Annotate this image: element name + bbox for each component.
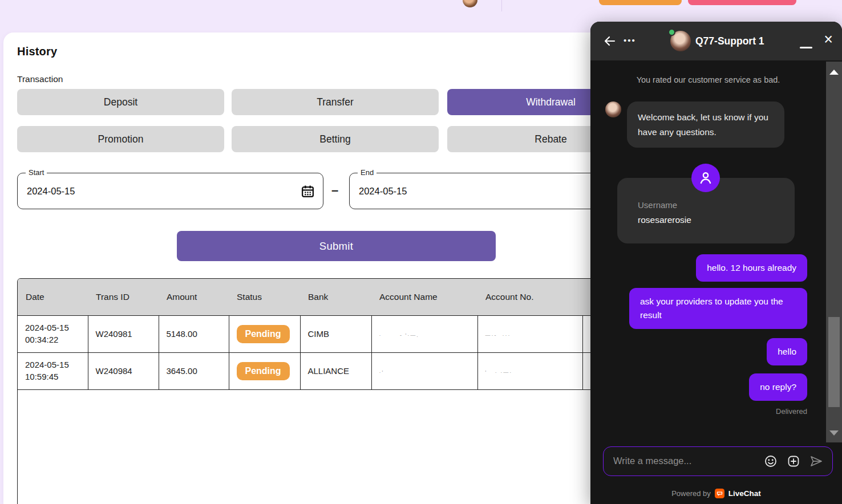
livechat-brand-link[interactable]: LiveChat (728, 489, 761, 498)
chat-header: ••• Q77-Support 1 × (590, 22, 842, 60)
col-account-no: Account No. (477, 279, 582, 315)
delivery-status: Delivered (776, 407, 807, 416)
user-message: hello. 12 hours already (696, 254, 807, 282)
user-message: no reply? (749, 373, 807, 401)
table-row: 2024-05-15 00:34:22 W240981 5148.00 Pend… (18, 315, 655, 352)
table-header-row: Date Trans ID Amount Status Bank Account… (18, 279, 655, 315)
history-table: Date Trans ID Amount Status Bank Account… (17, 278, 655, 504)
col-trans-id: Trans ID (88, 279, 159, 315)
col-status: Status (229, 279, 300, 315)
status-badge: Pending (237, 362, 290, 380)
cell-date: 2024-05-15 10:59:45 (18, 352, 88, 389)
cell-status: Pending (229, 352, 300, 389)
tab-promotion[interactable]: Promotion (17, 126, 224, 152)
col-bank: Bank (300, 279, 371, 315)
col-account-name: Account Name (371, 279, 477, 315)
scrollbar-thumb[interactable] (828, 317, 840, 407)
topbar-orange-button[interactable] (599, 0, 682, 5)
minimize-icon[interactable] (800, 47, 812, 48)
tab-deposit[interactable]: Deposit (17, 89, 224, 115)
back-icon[interactable] (603, 34, 617, 48)
cell-bank: CIMB (300, 315, 371, 352)
chat-agent-name: Q77-Support 1 (695, 35, 764, 47)
more-options-icon[interactable]: ••• (624, 35, 641, 47)
agent-message-avatar (605, 101, 621, 117)
date-range-separator: – (331, 183, 338, 198)
chat-scrollbar[interactable] (826, 62, 842, 442)
user-avatar[interactable] (463, 0, 477, 7)
cell-status: Pending (229, 315, 300, 352)
livechat-widget: ••• Q77-Support 1 × You rated our custom… (590, 22, 842, 504)
person-icon (691, 164, 720, 192)
cell-trans-id: W240984 (88, 352, 159, 389)
scroll-up-icon[interactable] (829, 70, 839, 75)
col-date: Date (18, 279, 88, 315)
start-date-input[interactable] (27, 173, 266, 209)
emoji-icon[interactable] (764, 454, 778, 468)
topbar-pink-button[interactable] (688, 0, 796, 5)
powered-by-text: Powered by (671, 489, 711, 498)
attachment-icon[interactable] (787, 454, 800, 468)
username-label: Username (638, 200, 677, 210)
transaction-tabs: Deposit Transfer Withdrawal Promotion Be… (17, 89, 658, 152)
topbar-divider (501, 0, 502, 11)
send-icon[interactable] (809, 454, 823, 468)
status-badge: Pending (237, 325, 290, 343)
submit-button[interactable]: Submit (177, 231, 496, 261)
online-status-dot (668, 29, 675, 36)
agent-message: Welcome back, let us know if you have an… (627, 101, 784, 148)
tab-transfer[interactable]: Transfer (232, 89, 439, 115)
username-value: rosesarerosie (638, 215, 691, 225)
cell-amount: 3645.00 (159, 352, 229, 389)
tab-betting[interactable]: Betting (232, 126, 439, 152)
table-row: 2024-05-15 10:59:45 W240984 3645.00 Pend… (18, 352, 655, 389)
scroll-down-icon[interactable] (829, 430, 839, 436)
page-title: History (17, 45, 57, 58)
cell-account-no: ' · ·—· (477, 352, 582, 389)
cell-date: 2024-05-15 00:34:22 (18, 315, 88, 352)
end-date-input[interactable] (359, 173, 598, 209)
page: History Transaction Deposit Transfer Wit… (0, 0, 842, 504)
close-icon[interactable]: × (824, 32, 833, 47)
rating-notice: You rated our customer service as bad. (590, 75, 826, 84)
cell-bank: ALLIANCE (300, 352, 371, 389)
chat-footer: Powered by LiveChat (590, 489, 842, 498)
col-amount: Amount (159, 279, 229, 315)
start-date-field[interactable]: Start (17, 173, 323, 209)
user-message: hello (767, 338, 807, 365)
cell-account-no: —·- ··· (477, 315, 582, 352)
cell-amount: 5148.00 (159, 315, 229, 352)
message-input-box[interactable] (603, 446, 833, 476)
cell-account-name: ·' (371, 352, 477, 389)
calendar-icon[interactable] (301, 184, 315, 198)
cell-account-name: · - '·—. (371, 315, 477, 352)
livechat-logo-icon[interactable] (715, 489, 724, 498)
cell-trans-id: W240981 (88, 315, 159, 352)
transaction-section-label: Transaction (17, 74, 63, 84)
user-message: ask your providers to update you the res… (629, 288, 807, 329)
message-input[interactable] (613, 448, 756, 474)
